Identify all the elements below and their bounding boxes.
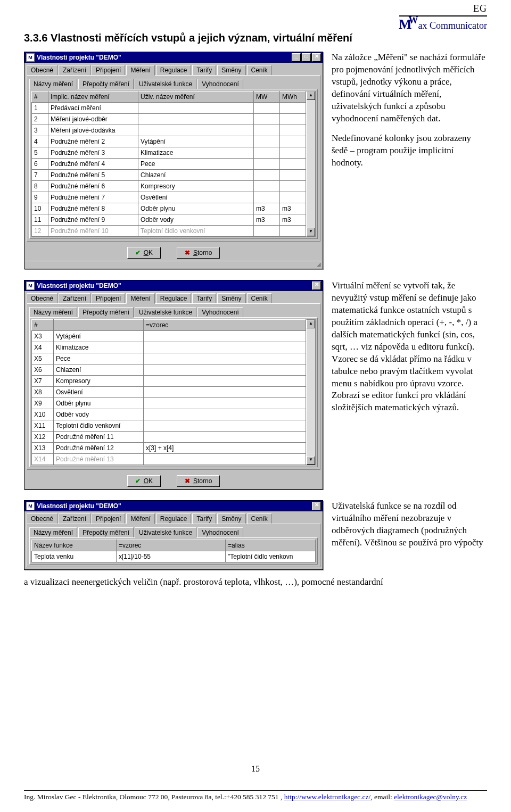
footer-text: , email: [370, 793, 394, 801]
tab-regulace[interactable]: Regulace [156, 65, 192, 75]
footer-link-web[interactable]: http://www.elektronikagec.cz/ [284, 793, 371, 801]
cancel-icon: ✖ [185, 477, 190, 485]
app-icon: M [26, 502, 35, 510]
table-row: X14Podružné měření 13 [32, 454, 306, 465]
tab-tarify[interactable]: Tarify [192, 65, 216, 75]
close-button[interactable]: ✕ [312, 502, 321, 510]
scrollbar[interactable]: ▲ ▼ [306, 319, 316, 465]
subtab-nazvy[interactable]: Názvy měření [29, 527, 77, 537]
tab-tarify[interactable]: Tarify [192, 513, 216, 524]
tab-zarizeni[interactable]: Zařízení [59, 293, 90, 303]
scroll-up-icon[interactable]: ▲ [307, 92, 315, 100]
tab-smeny[interactable]: Směny [217, 65, 245, 75]
tab-tarify[interactable]: Tarify [192, 293, 216, 303]
subtab-funkce[interactable]: Uživatelské funkce [135, 527, 196, 538]
main-tabs: Obecné Zařízení Připojení Měření Regulac… [27, 513, 320, 524]
close-button[interactable]: ✕ [312, 281, 321, 290]
window-title: Vlastnosti projektu "DEMO" [37, 502, 121, 510]
dialog-names: M Vlastnosti projektu "DEMO" _ □ ✕ Obecn… [24, 52, 323, 269]
col-alias[interactable]: =alias [226, 540, 316, 551]
subtab-funkce[interactable]: Uživatelské funkce [135, 307, 196, 317]
col-vzorec[interactable]: =vzorec [144, 320, 306, 331]
col-mw[interactable]: MW [254, 92, 280, 103]
table-row: X10Odběr vody [32, 409, 306, 420]
tab-mereni[interactable]: Měření [126, 513, 154, 524]
table-row: 12Podružné měření 10Teplotní čidlo venko… [32, 226, 306, 237]
subtab-prepocty[interactable]: Přepočty měření [78, 527, 134, 537]
storno-button[interactable]: ✖Storno [177, 247, 220, 259]
table-row: 10Podružné měření 8Odběr plynum3m3 [32, 203, 306, 214]
col-num[interactable]: # [32, 320, 54, 331]
storno-button[interactable]: ✖Storno [177, 475, 220, 487]
funkce-table[interactable]: Název funkce =vzorec =alias Teplota venk… [31, 540, 316, 562]
ok-button[interactable]: ✔OK [127, 475, 161, 487]
tab-obecne[interactable]: Obecné [27, 65, 57, 75]
table-row: X5Pece [32, 353, 306, 364]
tab-smeny[interactable]: Směny [217, 513, 245, 524]
table-row: 4Podružné měření 2Vytápění [32, 136, 306, 147]
table-row: 1Předávací měření [32, 103, 306, 114]
resize-grip[interactable]: ◢ [24, 261, 323, 269]
titlebar[interactable]: M Vlastnosti projektu "DEMO" ✕ [24, 501, 323, 511]
col-num[interactable]: # [32, 92, 48, 103]
table-row: X8Osvětlení [32, 387, 306, 398]
scrollbar[interactable]: ▲ ▼ [306, 91, 316, 237]
tab-zarizeni[interactable]: Zařízení [59, 65, 90, 75]
table-row: X3Vytápění [32, 331, 306, 342]
tab-cenik[interactable]: Ceník [247, 513, 272, 524]
subtab-prepocty[interactable]: Přepočty měření [78, 79, 134, 89]
col-nazev[interactable]: Název funkce [32, 540, 117, 551]
table-row: X7Kompresory [32, 376, 306, 387]
footer-link-email[interactable]: elektronikagec@volny.cz [394, 793, 467, 801]
dialog-prepocty: M Vlastnosti projektu "DEMO" ✕ Obecné Za… [24, 280, 323, 490]
col-implic[interactable]: Implic. název měření [48, 92, 138, 103]
scroll-up-icon[interactable]: ▲ [307, 320, 315, 328]
scroll-down-icon[interactable]: ▼ [307, 228, 315, 236]
paragraph-continuation: a vizualizaci neenergetických veličin (n… [24, 576, 487, 589]
scroll-down-icon[interactable]: ▼ [307, 456, 315, 465]
ok-button[interactable]: ✔OK [127, 247, 161, 259]
tab-pripojeni[interactable]: Připojení [92, 513, 125, 524]
titlebar[interactable]: M Vlastnosti projektu "DEMO" _ □ ✕ [24, 52, 323, 63]
paragraph: Uživatelská funkce se na rozdíl od virtu… [332, 500, 487, 549]
main-tabs: Obecné Zařízení Připojení Měření Regulac… [27, 65, 320, 75]
tab-pripojeni[interactable]: Připojení [92, 293, 125, 303]
brand-logo: EG MWax Communicator [399, 3, 487, 32]
section-title: 3.3.6 Vlastnosti měřících vstupů a jejic… [24, 32, 487, 44]
subtab-vyhodnoceni[interactable]: Vyhodnocení [197, 307, 243, 317]
table-row: X12Podružné měření 11 [32, 432, 306, 443]
subtab-nazvy[interactable]: Názvy měření [29, 79, 77, 89]
table-row: 9Podružné měření 7Osvětlení [32, 192, 306, 203]
tab-cenik[interactable]: Ceník [247, 293, 272, 303]
subtab-vyhodnoceni[interactable]: Vyhodnocení [197, 79, 243, 89]
tab-mereni[interactable]: Měření [126, 65, 154, 76]
subtab-vyhodnoceni[interactable]: Vyhodnocení [197, 527, 243, 537]
maximize-button[interactable]: □ [302, 53, 311, 62]
prepocty-table[interactable]: # =vzorec X3Vytápění X4Klimatizace X5Pec… [31, 319, 306, 465]
tab-obecne[interactable]: Obecné [27, 513, 57, 524]
tab-mereni[interactable]: Měření [126, 293, 154, 304]
close-button[interactable]: ✕ [312, 53, 321, 62]
col-name[interactable] [54, 320, 144, 331]
col-vzorec[interactable]: =vzorec [117, 540, 226, 551]
minimize-button[interactable]: _ [292, 53, 301, 62]
tab-smeny[interactable]: Směny [217, 293, 245, 303]
col-uziv[interactable]: Uživ. název měření [138, 92, 254, 103]
tab-regulace[interactable]: Regulace [156, 293, 192, 303]
paragraph: Nedefinované kolonky jsou zobrazeny šedě… [332, 132, 487, 169]
tab-zarizeni[interactable]: Zařízení [59, 513, 90, 524]
logo-eg: EG [399, 3, 487, 14]
subtab-nazvy[interactable]: Názvy měření [29, 307, 77, 317]
subtab-prepocty[interactable]: Přepočty měření [78, 307, 134, 318]
tab-pripojeni[interactable]: Připojení [92, 65, 125, 75]
table-row: X13Podružné měření 12x[3] + x[4] [32, 443, 306, 454]
col-mwh[interactable]: MWh [280, 92, 306, 103]
tab-obecne[interactable]: Obecné [27, 293, 57, 303]
subtab-funkce[interactable]: Uživatelské funkce [135, 79, 196, 89]
tab-cenik[interactable]: Ceník [247, 65, 272, 75]
titlebar[interactable]: M Vlastnosti projektu "DEMO" ✕ [24, 280, 323, 291]
table-row: Teplota venkux[11]/10-55"Teplotní čidlo … [32, 551, 316, 562]
names-table[interactable]: # Implic. název měření Uživ. název měřen… [31, 91, 306, 237]
tab-regulace[interactable]: Regulace [156, 513, 192, 524]
table-row: 8Podružné měření 6Kompresory [32, 181, 306, 192]
